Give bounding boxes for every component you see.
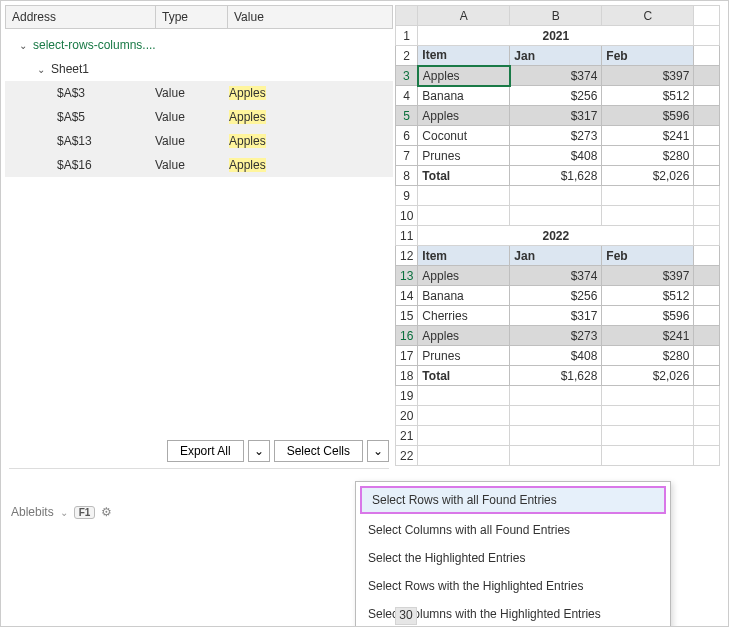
cell-jan-hdr1[interactable]: Jan: [510, 46, 602, 66]
cell-jan[interactable]: $273: [510, 126, 602, 146]
col-header-C[interactable]: C: [602, 6, 694, 26]
result-type: Value: [155, 158, 229, 172]
row-header-4[interactable]: 4: [396, 86, 418, 106]
cell-year1[interactable]: 2021: [418, 26, 694, 46]
cell-total-label[interactable]: Total: [418, 166, 510, 186]
gear-icon[interactable]: ⚙: [101, 505, 112, 519]
cell-feb[interactable]: $280: [602, 146, 694, 166]
cell-jan[interactable]: $408: [510, 346, 602, 366]
cell-jan[interactable]: $256: [510, 286, 602, 306]
panel-footer-buttons: Export All ⌄ Select Cells ⌄: [9, 440, 389, 469]
cell-feb[interactable]: $397: [602, 266, 694, 286]
cell-item[interactable]: Banana: [418, 86, 510, 106]
cell-jan-hdr2[interactable]: Jan: [510, 246, 602, 266]
export-all-dropdown[interactable]: ⌄: [248, 440, 270, 462]
cell-item[interactable]: Apples: [418, 326, 510, 346]
menu-select-highlighted[interactable]: Select the Highlighted Entries: [356, 544, 670, 572]
cell-feb[interactable]: $241: [602, 126, 694, 146]
cell-item-hdr2[interactable]: Item: [418, 246, 510, 266]
cell-jan[interactable]: $273: [510, 326, 602, 346]
row-header-12[interactable]: 12: [396, 246, 418, 266]
cell-jan[interactable]: $256: [510, 86, 602, 106]
row-header-20[interactable]: 20: [396, 406, 418, 426]
result-row[interactable]: $A$16 Value Apples: [5, 153, 393, 177]
cell-feb[interactable]: $397: [602, 66, 694, 86]
row-header-13[interactable]: 13: [396, 266, 418, 286]
result-type: Value: [155, 134, 229, 148]
select-cells-button[interactable]: Select Cells: [274, 440, 363, 462]
col-header-A[interactable]: A: [418, 6, 510, 26]
cell-total-feb[interactable]: $2,026: [602, 166, 694, 186]
cell-feb[interactable]: $280: [602, 346, 694, 366]
cell-feb[interactable]: $596: [602, 306, 694, 326]
result-row[interactable]: $A$3 Value Apples: [5, 81, 393, 105]
row-header-5[interactable]: 5: [396, 106, 418, 126]
cell-year2[interactable]: 2022: [418, 226, 694, 246]
cell-feb[interactable]: $241: [602, 326, 694, 346]
row-header-19[interactable]: 19: [396, 386, 418, 406]
cell-item[interactable]: Coconut: [418, 126, 510, 146]
row-header-7[interactable]: 7: [396, 146, 418, 166]
result-row[interactable]: $A$5 Value Apples: [5, 105, 393, 129]
cell-feb[interactable]: $512: [602, 286, 694, 306]
row-header-2[interactable]: 2: [396, 46, 418, 66]
cell-feb-hdr2[interactable]: Feb: [602, 246, 694, 266]
help-f1-button[interactable]: F1: [74, 506, 96, 519]
cell-total-jan[interactable]: $1,628: [510, 166, 602, 186]
cell-item[interactable]: Apples: [418, 266, 510, 286]
cell-feb-hdr1[interactable]: Feb: [602, 46, 694, 66]
row-header-8[interactable]: 8: [396, 166, 418, 186]
row-header-1[interactable]: 1: [396, 26, 418, 46]
cell-item[interactable]: Prunes: [418, 346, 510, 366]
cell-jan[interactable]: $317: [510, 106, 602, 126]
row-header-9[interactable]: 9: [396, 186, 418, 206]
row-header-10[interactable]: 10: [396, 206, 418, 226]
corner-cell[interactable]: [396, 6, 418, 26]
row-header-17[interactable]: 17: [396, 346, 418, 366]
cell-total-jan2[interactable]: $1,628: [510, 366, 602, 386]
cell-total-feb2[interactable]: $2,026: [602, 366, 694, 386]
cell-item[interactable]: Banana: [418, 286, 510, 306]
col-header-B[interactable]: B: [510, 6, 602, 26]
row-header-16[interactable]: 16: [396, 326, 418, 346]
result-row[interactable]: $A$13 Value Apples: [5, 129, 393, 153]
cell-item-hdr1[interactable]: Item: [418, 46, 510, 66]
cell-item[interactable]: Prunes: [418, 146, 510, 166]
row-header-22[interactable]: 22: [396, 446, 418, 466]
cell-item[interactable]: Apples: [418, 66, 510, 86]
col-type-header[interactable]: Type: [156, 6, 228, 29]
cell-item[interactable]: Cherries: [418, 306, 510, 326]
chevron-down-icon[interactable]: ⌄: [37, 64, 47, 75]
cell-feb[interactable]: $512: [602, 86, 694, 106]
export-all-button[interactable]: Export All: [167, 440, 244, 462]
menu-select-rows-highlighted[interactable]: Select Rows with the Highlighted Entries: [356, 572, 670, 600]
row-header-11[interactable]: 11: [396, 226, 418, 246]
row-header-6[interactable]: 6: [396, 126, 418, 146]
row-header-3[interactable]: 3: [396, 66, 418, 86]
cell-jan[interactable]: $408: [510, 146, 602, 166]
col-address-header[interactable]: Address: [6, 6, 156, 29]
cell-feb[interactable]: $596: [602, 106, 694, 126]
select-cells-dropdown[interactable]: ⌄: [367, 440, 389, 462]
brand-dropdown-icon[interactable]: ⌄: [60, 507, 68, 518]
cell-jan[interactable]: $374: [510, 266, 602, 286]
menu-select-rows-all-found[interactable]: Select Rows with all Found Entries: [360, 486, 666, 514]
row-header-30[interactable]: 30: [395, 607, 417, 625]
spreadsheet-grid[interactable]: ABC120212ItemJanFeb3Apples$374$3974Banan…: [395, 5, 725, 466]
workbook-node[interactable]: ⌄ select-rows-columns....: [5, 33, 393, 57]
row-header-21[interactable]: 21: [396, 426, 418, 446]
result-value: Apples: [229, 134, 266, 148]
row-header-18[interactable]: 18: [396, 366, 418, 386]
cell-jan[interactable]: $317: [510, 306, 602, 326]
row-header-14[interactable]: 14: [396, 286, 418, 306]
menu-select-cols-all-found[interactable]: Select Columns with all Found Entries: [356, 516, 670, 544]
row-header-15[interactable]: 15: [396, 306, 418, 326]
results-tree: ⌄ select-rows-columns.... ⌄ Sheet1 $A$3 …: [5, 29, 393, 181]
cell-jan[interactable]: $374: [510, 66, 602, 86]
cell-item[interactable]: Apples: [418, 106, 510, 126]
workbook-label: select-rows-columns....: [33, 38, 156, 52]
chevron-down-icon[interactable]: ⌄: [19, 40, 29, 51]
cell-total-label2[interactable]: Total: [418, 366, 510, 386]
col-value-header[interactable]: Value: [228, 6, 393, 29]
sheet-node[interactable]: ⌄ Sheet1: [5, 57, 393, 81]
